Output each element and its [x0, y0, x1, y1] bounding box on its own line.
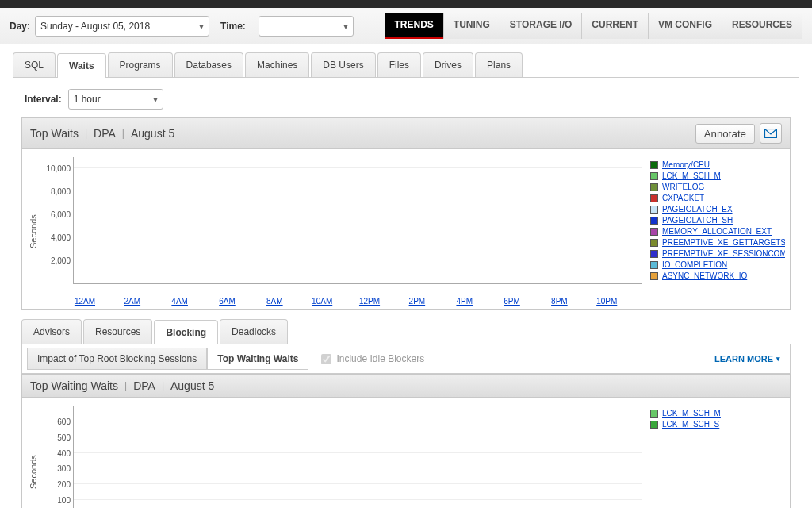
legend-swatch — [650, 250, 658, 258]
chevron-down-icon: ▾ — [199, 21, 204, 32]
sub-tab-waits[interactable]: Waits — [57, 53, 106, 78]
legend-label: PREEMPTIVE_XE_SESSIONCOMMIT — [662, 249, 785, 258]
x-tick[interactable]: 4PM — [453, 297, 477, 306]
learn-more-link[interactable]: LEARN MORE — [714, 354, 780, 364]
y-tick: 4,000 — [40, 233, 71, 242]
legend-label: CXPACKET — [662, 194, 704, 202]
blocking-chart: Seconds 0100200300400500600 12AM1AM2AM3A… — [21, 398, 791, 508]
time-label: Time: — [220, 21, 246, 32]
y-tick: 2,000 — [40, 256, 71, 265]
legend-label: LCK_M_SCH_S — [662, 420, 719, 429]
x-tick[interactable]: 12AM — [73, 297, 97, 306]
section-date: August 5 — [131, 127, 174, 140]
filter-bar: Day: Sunday - August 05, 2018 ▾ Time: ▾ … — [0, 8, 812, 44]
y-axis-label: Seconds — [27, 406, 40, 508]
legend-label: PAGEIOLATCH_SH — [662, 216, 733, 225]
legend-item[interactable]: IO_COMPLETION — [650, 260, 785, 269]
x-tick[interactable]: 4AM — [168, 297, 192, 306]
x-tick[interactable]: 12PM — [358, 297, 381, 306]
chart-plot-area[interactable]: 2,0004,0006,0008,00010,000 — [73, 157, 642, 284]
sub-tab-machines[interactable]: Machines — [245, 52, 309, 77]
nav-tab-vm-config[interactable]: VM CONFIG — [648, 13, 722, 39]
y-tick: 200 — [40, 480, 71, 489]
x-tick[interactable]: 8AM — [262, 297, 286, 306]
legend-item[interactable]: CXPACKET — [650, 194, 785, 202]
interval-select[interactable]: 1 hour ▾ — [68, 89, 163, 110]
chart-legend: Memory/CPULCK_M_SCH_MWRITELOGCXPACKETPAG… — [642, 157, 785, 306]
sub-tab-programs[interactable]: Programs — [108, 52, 173, 77]
section-meta: DPA — [94, 127, 116, 140]
y-axis-label: Seconds — [27, 157, 40, 306]
legend-label: ASYNC_NETWORK_IO — [662, 271, 747, 280]
sub-tab-db-users[interactable]: DB Users — [311, 52, 375, 77]
legend-item[interactable]: PAGEIOLATCH_SH — [650, 216, 785, 225]
analysis-tab-advisors[interactable]: Advisors — [21, 319, 82, 344]
x-tick[interactable]: 2AM — [121, 297, 144, 306]
legend-item[interactable]: WRITELOG — [650, 183, 785, 191]
annotate-button[interactable]: Annotate — [695, 124, 755, 144]
legend-item[interactable]: PAGEIOLATCH_EX — [650, 205, 785, 214]
category-tabs: SQLWaitsProgramsDatabasesMachinesDB User… — [13, 52, 799, 78]
legend-label: PREEMPTIVE_XE_GETTARGETSTA — [662, 238, 785, 247]
y-tick: 500 — [40, 433, 71, 441]
include-idle-checkbox[interactable] — [321, 354, 331, 364]
day-value: Sunday - August 05, 2018 — [40, 21, 150, 32]
analysis-tab-deadlocks[interactable]: Deadlocks — [220, 319, 288, 344]
legend-item[interactable]: LCK_M_SCH_M — [650, 171, 785, 180]
day-select[interactable]: Sunday - August 05, 2018 ▾ — [35, 16, 209, 37]
time-select[interactable]: ▾ — [259, 16, 354, 37]
sub-tab-drives[interactable]: Drives — [423, 52, 473, 77]
legend-item[interactable]: PREEMPTIVE_XE_GETTARGETSTA — [650, 238, 785, 247]
analysis-tabs: AdvisorsResourcesBlockingDeadlocks — [21, 319, 791, 344]
x-tick[interactable]: 8PM — [547, 297, 571, 306]
blocking-header: Top Waiting Waits | DPA | August 5 — [21, 374, 791, 398]
analysis-tab-blocking[interactable]: Blocking — [154, 320, 218, 344]
x-tick[interactable]: 2PM — [405, 297, 429, 306]
legend-item[interactable]: PREEMPTIVE_XE_SESSIONCOMMIT — [650, 249, 785, 258]
legend-item[interactable]: LCK_M_SCH_S — [650, 420, 785, 429]
chart-plot-area[interactable]: 0100200300400500600 — [73, 406, 642, 508]
y-tick: 8,000 — [40, 187, 71, 196]
seg-top-waiting[interactable]: Top Waiting Waits — [207, 348, 308, 370]
chart-legend: LCK_M_SCH_MLCK_M_SCH_S — [642, 406, 785, 508]
section-date: August 5 — [170, 379, 214, 392]
legend-swatch — [650, 410, 658, 418]
sub-tab-files[interactable]: Files — [377, 52, 421, 77]
sub-tab-sql[interactable]: SQL — [13, 52, 56, 77]
email-button[interactable] — [760, 123, 782, 144]
nav-tab-resources[interactable]: RESOURCES — [722, 13, 802, 39]
x-tick[interactable]: 6PM — [500, 297, 524, 306]
interval-label: Interval: — [25, 94, 62, 105]
chevron-down-icon: ▾ — [343, 21, 348, 32]
nav-tab-trends[interactable]: TRENDS — [385, 13, 443, 39]
main-nav-tabs: TRENDSTUNINGSTORAGE I/OCURRENTVM CONFIGR… — [385, 13, 803, 39]
legend-label: IO_COMPLETION — [662, 260, 727, 269]
blocking-subheader: Impact of Top Root Blocking Sessions Top… — [21, 344, 791, 374]
window-topbar — [0, 0, 812, 8]
legend-item[interactable]: MEMORY_ALLOCATION_EXT — [650, 227, 785, 236]
x-tick[interactable]: 10PM — [595, 297, 619, 306]
y-tick: 10,000 — [40, 164, 71, 173]
seg-impact[interactable]: Impact of Top Root Blocking Sessions — [27, 348, 207, 370]
y-tick: 400 — [40, 448, 71, 457]
legend-item[interactable]: ASYNC_NETWORK_IO — [650, 271, 785, 280]
legend-item[interactable]: LCK_M_SCH_M — [650, 409, 785, 418]
legend-label: WRITELOG — [662, 183, 704, 191]
legend-item[interactable]: Memory/CPU — [650, 160, 785, 169]
legend-swatch — [650, 161, 658, 169]
analysis-tab-resources[interactable]: Resources — [83, 319, 152, 344]
legend-swatch — [650, 421, 658, 429]
legend-swatch — [650, 239, 658, 247]
sub-tab-databases[interactable]: Databases — [174, 52, 243, 77]
x-tick[interactable]: 6AM — [216, 297, 239, 306]
nav-tab-tuning[interactable]: TUNING — [443, 13, 500, 39]
section-title: Top Waiting Waits — [30, 379, 118, 392]
nav-tab-current[interactable]: CURRENT — [581, 13, 648, 39]
sub-tab-plans[interactable]: Plans — [475, 52, 523, 77]
x-tick[interactable]: 10AM — [310, 297, 334, 306]
legend-label: MEMORY_ALLOCATION_EXT — [662, 227, 772, 236]
nav-tab-storage-i-o[interactable]: STORAGE I/O — [500, 13, 581, 39]
y-tick: 6,000 — [40, 210, 71, 219]
legend-label: LCK_M_SCH_M — [662, 409, 721, 418]
top-waits-chart: Seconds 2,0004,0006,0008,00010,000 12AM1… — [21, 149, 791, 310]
